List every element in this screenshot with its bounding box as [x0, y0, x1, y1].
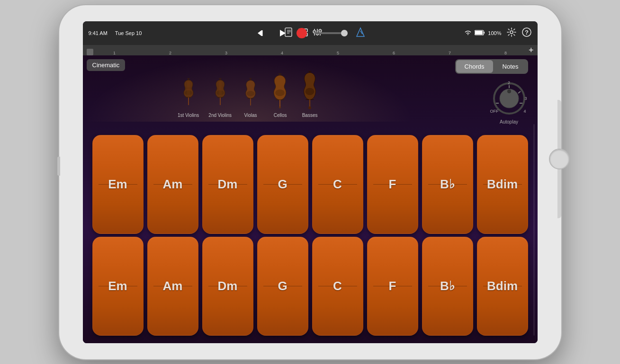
chord-btn-c-bot[interactable]: C — [312, 237, 363, 336]
notes-tab[interactable]: Notes — [494, 60, 527, 73]
side-button[interactable] — [57, 157, 60, 176]
chord-btn-dm-bot[interactable]: Dm — [202, 237, 253, 336]
svg-point-65 — [507, 89, 511, 93]
play-button[interactable] — [276, 27, 289, 40]
instrument-cellos[interactable]: Cellos — [270, 73, 291, 118]
svg-rect-20 — [475, 31, 483, 35]
instrument-label-violas: Violas — [244, 113, 257, 118]
help-button[interactable]: ? — [521, 27, 532, 39]
chord-btn-f-top[interactable]: F — [367, 135, 418, 234]
autoplay-label-4: 4 — [523, 109, 526, 114]
instrument-label-2nd-violins: 2nd Violins — [208, 113, 232, 118]
toolbar-right: 100% ? — [464, 27, 531, 39]
chord-btn-bb-bot[interactable]: B♭ — [422, 237, 473, 336]
side-bar-right — [557, 100, 561, 218]
ruler-mark-4: 4 — [254, 51, 310, 55]
autoplay-text: Autoplay — [500, 119, 518, 124]
screen: 9:41 AM Tue Sep 10 — [83, 21, 538, 343]
ruler-mark-2: 2 — [143, 51, 198, 55]
chord-label-f-top: F — [389, 177, 396, 192]
chord-label-bdim-bot: Bdim — [487, 279, 518, 293]
ruler-mark-5: 5 — [310, 51, 366, 55]
instrument-violas[interactable]: Violas — [241, 78, 260, 118]
svg-rect-21 — [484, 32, 485, 34]
battery-percent: 100% — [488, 30, 501, 36]
chord-label-c-bot: C — [333, 279, 342, 293]
chord-label-g-bot: G — [278, 279, 287, 293]
svg-point-22 — [510, 31, 513, 34]
svg-marker-16 — [280, 30, 286, 36]
status-icons: 100% — [464, 30, 501, 36]
svg-point-52 — [279, 107, 281, 108]
instrument-label-1st-violins: 1st Violins — [178, 113, 199, 118]
chord-btn-f-bot[interactable]: F — [367, 237, 418, 336]
instrument-basses[interactable]: Basses — [300, 71, 319, 118]
chord-label-am-bot: Am — [163, 279, 183, 293]
chord-btn-dm-top[interactable]: Dm — [202, 135, 253, 234]
autoplay-label-2: 2 — [508, 80, 510, 85]
chord-btn-em-bot[interactable]: Em — [92, 237, 144, 336]
chord-label-bb-bot: B♭ — [440, 279, 455, 293]
chord-row-top: Em Am Dm G C F — [92, 135, 528, 234]
chord-btn-g-top[interactable]: G — [257, 135, 308, 234]
chord-btn-bb-top[interactable]: B♭ — [422, 135, 473, 234]
svg-rect-15 — [261, 30, 263, 36]
transport-controls — [255, 27, 366, 40]
settings-button[interactable] — [506, 27, 517, 39]
autoplay-label-3: 3 — [524, 96, 527, 101]
svg-point-47 — [275, 89, 285, 96]
record-button[interactable] — [297, 28, 307, 38]
instrument-1st-violins[interactable]: 1st Violins — [178, 78, 199, 118]
add-track-button[interactable]: + — [529, 46, 534, 54]
ruler-mark-7: 7 — [422, 51, 478, 55]
ruler-mark-1: 1 — [87, 51, 143, 55]
instrument-label-basses: Basses — [302, 113, 318, 118]
autoplay-label-off: OFF — [490, 109, 499, 114]
chord-label-em-top: Em — [108, 177, 127, 192]
chord-label-am-top: Am — [163, 177, 183, 192]
ruler-mark-6: 6 — [366, 51, 422, 55]
svg-marker-14 — [258, 30, 261, 36]
metronome-icon[interactable] — [355, 27, 366, 39]
svg-point-53 — [306, 88, 314, 95]
chords-tab[interactable]: Chords — [456, 60, 493, 73]
chord-label-bdim-top: Bdim — [487, 177, 518, 192]
scroll-bar — [533, 124, 535, 336]
chord-btn-bdim-top[interactable]: Bdim — [477, 135, 528, 234]
skip-back-button[interactable] — [255, 27, 268, 40]
chord-label-dm-top: Dm — [218, 177, 238, 192]
chord-label-bb-top: B♭ — [440, 177, 455, 192]
controls-panel: Chords Notes — [455, 59, 528, 124]
timeline-marker-icon — [87, 49, 93, 55]
ruler-mark-8: 8 — [478, 51, 534, 55]
chord-label-g-top: G — [278, 177, 287, 192]
toolbar: 9:41 AM Tue Sep 10 — [83, 21, 538, 45]
ruler-marks: 1 2 3 4 5 6 7 8 — [87, 45, 534, 55]
autoplay-section: 2 3 4 OFF Autoplay — [490, 80, 528, 124]
timeline-ruler: 1 2 3 4 5 6 7 8 + — [83, 45, 538, 55]
chord-btn-em-top[interactable]: Em — [92, 135, 144, 234]
toolbar-left: 9:41 AM Tue Sep 10 — [89, 30, 142, 36]
wifi-icon — [464, 30, 472, 36]
svg-marker-17 — [357, 28, 364, 36]
svg-point-42 — [247, 91, 255, 96]
chord-btn-am-top[interactable]: Am — [147, 135, 198, 234]
chord-label-em-bot: Em — [108, 279, 127, 293]
chord-label-f-bot: F — [389, 279, 396, 293]
chord-btn-c-top[interactable]: C — [312, 135, 363, 234]
chord-btn-am-bot[interactable]: Am — [147, 237, 198, 336]
chord-label-dm-bot: Dm — [218, 279, 238, 293]
main-content: Cinematic — [83, 55, 538, 343]
chord-row-bottom: Em Am Dm G C F — [92, 237, 528, 336]
instrument-label[interactable]: Cinematic — [87, 59, 126, 71]
instrument-2nd-violins[interactable]: 2nd Violins — [208, 78, 232, 118]
home-button[interactable] — [549, 149, 570, 169]
autoplay-knob-container: 2 3 4 OFF — [490, 80, 528, 117]
chord-btn-bdim-bot[interactable]: Bdim — [477, 237, 528, 336]
chord-grid: Em Am Dm G C F — [83, 135, 538, 343]
status-date: Tue Sep 10 — [115, 30, 142, 36]
chord-label-c-top: C — [333, 177, 342, 192]
chord-btn-g-bot[interactable]: G — [257, 237, 308, 336]
svg-line-61 — [518, 91, 521, 93]
volume-slider[interactable] — [314, 32, 348, 34]
